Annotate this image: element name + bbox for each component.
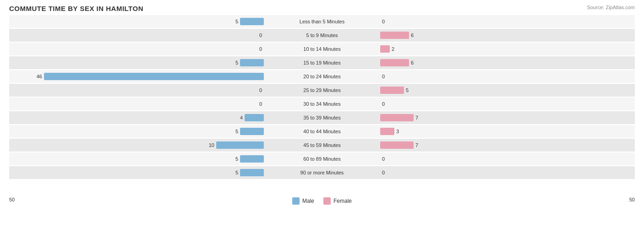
female-bar-container: 0 bbox=[380, 73, 618, 80]
female-side: 0 bbox=[378, 100, 635, 108]
male-value: 0 bbox=[248, 46, 262, 52]
row-label: 40 to 44 Minutes bbox=[266, 129, 378, 134]
male-bar-container: 0 bbox=[26, 87, 264, 94]
female-value: 6 bbox=[411, 60, 425, 65]
chart-row: 5 Less than 5 Minutes 0 bbox=[9, 15, 635, 28]
male-value: 0 bbox=[248, 101, 262, 107]
male-side: 0 bbox=[9, 32, 266, 39]
chart-row: 5 40 to 44 Minutes 3 bbox=[9, 125, 635, 138]
male-bar bbox=[240, 59, 264, 66]
male-value: 5 bbox=[224, 129, 238, 134]
male-side: 0 bbox=[9, 45, 266, 53]
male-side: 5 bbox=[9, 128, 266, 135]
row-label: 30 to 34 Minutes bbox=[266, 101, 378, 107]
female-bar bbox=[380, 59, 409, 66]
legend-male-label: Male bbox=[302, 198, 314, 204]
chart-row: 5 60 to 89 Minutes 0 bbox=[9, 152, 635, 165]
bottom-axis-row: 50 Male Female 50 bbox=[9, 195, 635, 205]
male-bar bbox=[240, 128, 264, 135]
male-bar bbox=[216, 141, 264, 149]
legend: Male Female bbox=[292, 197, 352, 205]
chart-row: 0 30 to 34 Minutes 0 bbox=[9, 98, 635, 110]
chart-container: COMMUTE TIME BY SEX IN HAMILTON Source: … bbox=[0, 0, 644, 239]
male-bar-container: 10 bbox=[26, 141, 264, 149]
male-side: 4 bbox=[9, 114, 266, 121]
female-value: 7 bbox=[415, 142, 429, 148]
male-bar-container: 5 bbox=[26, 18, 264, 25]
source-text: Source: ZipAtlas.com bbox=[587, 5, 635, 10]
legend-female: Female bbox=[323, 197, 352, 205]
male-value: 5 bbox=[224, 156, 238, 162]
male-bar bbox=[240, 155, 264, 163]
legend-male: Male bbox=[292, 197, 314, 205]
male-bar-container: 0 bbox=[26, 45, 264, 53]
male-value: 0 bbox=[248, 33, 262, 38]
male-side: 5 bbox=[9, 59, 266, 66]
female-value: 7 bbox=[415, 115, 429, 120]
female-bar-container: 2 bbox=[380, 45, 618, 53]
chart-row: 0 5 to 9 Minutes 6 bbox=[9, 29, 635, 42]
female-value: 0 bbox=[382, 156, 396, 162]
male-bar-container: 5 bbox=[26, 128, 264, 135]
chart-row: 0 25 to 29 Minutes 5 bbox=[9, 84, 635, 97]
male-bar bbox=[245, 114, 264, 121]
female-bar-container: 5 bbox=[380, 87, 618, 94]
female-bar-container: 7 bbox=[380, 114, 618, 121]
male-value: 5 bbox=[224, 19, 238, 24]
male-bar bbox=[240, 169, 264, 176]
row-label: 45 to 59 Minutes bbox=[266, 142, 378, 148]
male-side: 0 bbox=[9, 87, 266, 94]
male-side: 10 bbox=[9, 141, 266, 149]
female-value: 0 bbox=[382, 101, 396, 107]
female-side: 0 bbox=[378, 169, 635, 176]
male-side: 0 bbox=[9, 100, 266, 108]
female-bar bbox=[380, 87, 404, 94]
row-label: Less than 5 Minutes bbox=[266, 19, 378, 24]
chart-row: 46 20 to 24 Minutes 0 bbox=[9, 70, 635, 83]
female-bar-container: 0 bbox=[380, 100, 618, 108]
row-label: 90 or more Minutes bbox=[266, 170, 378, 175]
male-value: 10 bbox=[201, 142, 214, 148]
female-side: 2 bbox=[378, 45, 635, 53]
female-value: 0 bbox=[382, 74, 396, 79]
row-label: 60 to 89 Minutes bbox=[266, 156, 378, 162]
chart-row: 5 15 to 19 Minutes 6 bbox=[9, 56, 635, 69]
female-bar-container: 7 bbox=[380, 141, 618, 149]
female-side: 5 bbox=[378, 87, 635, 94]
female-value: 6 bbox=[411, 33, 425, 38]
female-value: 2 bbox=[392, 46, 405, 52]
male-side: 5 bbox=[9, 169, 266, 176]
female-bar bbox=[380, 128, 394, 135]
row-label: 5 to 9 Minutes bbox=[266, 33, 378, 38]
male-bar-container: 46 bbox=[26, 73, 264, 80]
axis-label-right: 50 bbox=[621, 197, 635, 202]
male-bar bbox=[44, 73, 264, 80]
male-bar-container: 5 bbox=[26, 169, 264, 176]
male-value: 4 bbox=[229, 115, 243, 120]
male-value: 46 bbox=[28, 74, 42, 79]
male-value: 5 bbox=[224, 60, 238, 65]
female-bar bbox=[380, 32, 409, 39]
female-side: 6 bbox=[378, 59, 635, 66]
female-bar-container: 6 bbox=[380, 59, 618, 66]
axis-label-left: 50 bbox=[9, 197, 23, 202]
female-bar-container: 3 bbox=[380, 128, 618, 135]
row-label: 15 to 19 Minutes bbox=[266, 60, 378, 65]
chart-row: 5 90 or more Minutes 0 bbox=[9, 166, 635, 179]
male-bar-container: 5 bbox=[26, 59, 264, 66]
female-side: 6 bbox=[378, 32, 635, 39]
female-value: 3 bbox=[396, 129, 410, 134]
female-side: 7 bbox=[378, 141, 635, 149]
chart-row: 10 45 to 59 Minutes 7 bbox=[9, 139, 635, 152]
female-bar-container: 0 bbox=[380, 18, 618, 25]
female-side: 7 bbox=[378, 114, 635, 121]
female-side: 3 bbox=[378, 128, 635, 135]
chart-title: COMMUTE TIME BY SEX IN HAMILTON bbox=[9, 5, 635, 12]
chart-row: 0 10 to 14 Minutes 2 bbox=[9, 43, 635, 55]
female-bar bbox=[380, 45, 390, 53]
female-bar-container: 6 bbox=[380, 32, 618, 39]
row-label: 25 to 29 Minutes bbox=[266, 87, 378, 93]
legend-male-box bbox=[292, 197, 300, 205]
female-bar bbox=[380, 141, 414, 149]
male-bar bbox=[240, 18, 264, 25]
